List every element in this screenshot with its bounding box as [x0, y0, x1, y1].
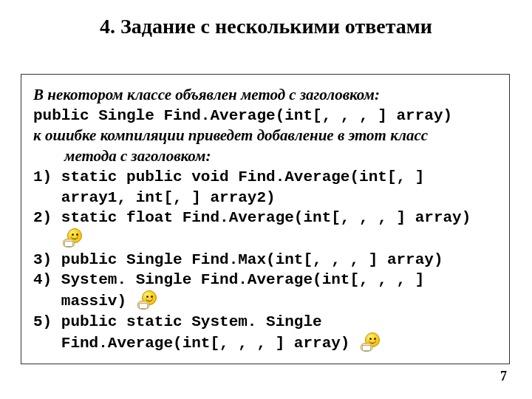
option-text: static float Find.Average(int[, , , ] ar… [61, 208, 497, 249]
smiley-icon [137, 290, 161, 310]
option-number: 2) [33, 208, 61, 228]
option-text: public static System. Single Find.Averag… [61, 312, 497, 353]
option-text-value: static float Find.Average(int[, , , ] ar… [61, 209, 471, 226]
option-1: 1) static public void Find.Average(int[,… [33, 167, 497, 208]
page-number: 7 [500, 369, 507, 384]
option-number: 4) [33, 270, 61, 290]
intro-line-1: В некотором классе объявлен метод с заго… [33, 85, 497, 106]
option-number: 1) [33, 167, 61, 188]
option-text: System. Single Find.Average(int[, , , ] … [61, 270, 497, 311]
intro-line-2-sub: метода с заголовком: [33, 146, 497, 167]
option-number: 5) [33, 312, 61, 332]
option-text: public Single Find.Max(int[, , , ] array… [61, 250, 497, 270]
option-number: 3) [33, 250, 61, 270]
slide-title: 4. Задание с несколькими ответами [0, 15, 532, 38]
question-box: В некотором классе объявлен метод с заго… [21, 74, 510, 364]
option-text-value: System. Single Find.Average(int[, , , ] … [61, 271, 424, 310]
option-2: 2) static float Find.Average(int[, , , ]… [33, 208, 497, 249]
smiley-icon [361, 332, 384, 352]
option-5: 5) public static System. Single Find.Ave… [33, 312, 497, 353]
option-text: static public void Find.Average(int[, ] … [61, 167, 497, 208]
option-text-value: public static System. Single Find.Averag… [61, 313, 350, 352]
intro-line-2: к ошибке компиляции приведет добавление … [33, 126, 497, 146]
smiley-icon [63, 228, 86, 248]
option-3: 3) public Single Find.Max(int[, , , ] ar… [33, 250, 497, 270]
option-4: 4) System. Single Find.Average(int[, , ,… [33, 270, 497, 311]
intro-code: public Single Find.Average(int[, , , ] a… [33, 106, 497, 126]
